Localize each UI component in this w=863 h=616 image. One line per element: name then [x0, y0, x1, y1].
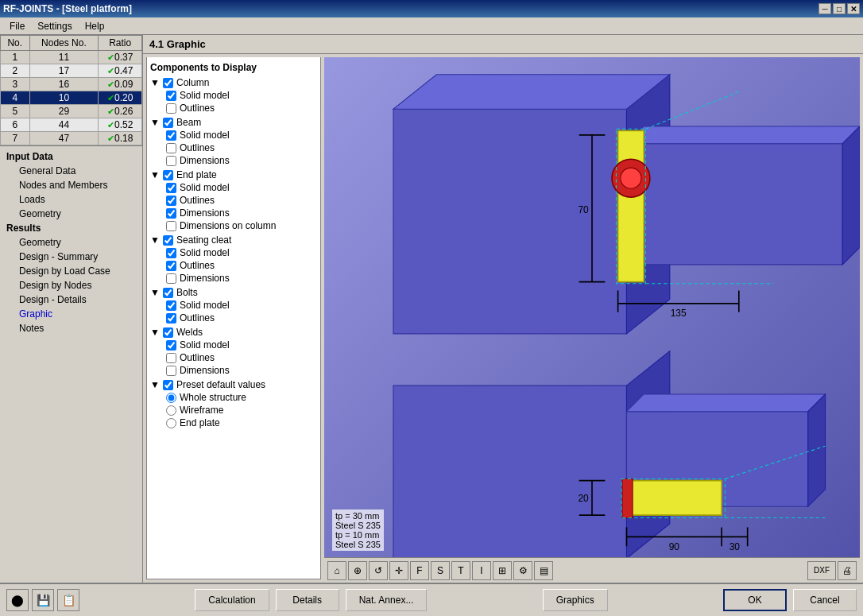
- nav-notes[interactable]: Notes: [0, 321, 142, 335]
- cancel-button[interactable]: Cancel: [793, 589, 857, 611]
- group-checkbox-0[interactable]: [163, 78, 173, 88]
- nav-results-geometry[interactable]: Geometry: [0, 235, 142, 250]
- graphic-area: 135 70: [324, 57, 860, 583]
- nat-annex-button[interactable]: Nat. Annex...: [346, 589, 428, 611]
- toolbar-print[interactable]: 🖨: [838, 561, 857, 580]
- expand-icon[interactable]: ▼: [150, 287, 160, 298]
- nav-geometry-input[interactable]: Geometry: [0, 207, 142, 221]
- components-label: Components to Display: [150, 60, 317, 76]
- expand-icon[interactable]: ▼: [150, 234, 160, 246]
- toolbar-side[interactable]: S: [431, 561, 450, 580]
- toolbar-rotate[interactable]: ↺: [369, 561, 388, 580]
- comp-checkbox-5-2[interactable]: [166, 366, 176, 376]
- nav-design-load-case[interactable]: Design by Load Case: [0, 264, 142, 278]
- icon-btn-3[interactable]: 📋: [57, 589, 79, 611]
- comp-checkbox-1-2[interactable]: [166, 156, 176, 166]
- table-row[interactable]: 3 16 ✔0.09: [1, 78, 142, 91]
- nav-design-details[interactable]: Design - Details: [0, 293, 142, 307]
- nav-loads[interactable]: Loads: [0, 192, 142, 207]
- group-checkbox-1[interactable]: [163, 118, 173, 128]
- comp-checkbox-4-0[interactable]: [166, 300, 176, 311]
- cell-no: 1: [1, 51, 30, 64]
- nav-design-summary[interactable]: Design - Summary: [0, 250, 142, 264]
- toolbar-zoom-fit[interactable]: ⊕: [348, 561, 367, 580]
- nav-nodes-members[interactable]: Nodes and Members: [0, 178, 142, 192]
- cell-no: 7: [1, 132, 30, 145]
- nav-general-data[interactable]: General Data: [0, 164, 142, 178]
- maximize-button[interactable]: □: [833, 3, 846, 14]
- title-bar: RF-JOINTS - [Steel platform] ─ □ ✕: [0, 0, 863, 17]
- nav-design-nodes[interactable]: Design by Nodes: [0, 278, 142, 293]
- menu-bar: File Settings Help: [0, 17, 863, 35]
- details-button[interactable]: Details: [276, 589, 339, 611]
- table-row[interactable]: 7 47 ✔0.18: [1, 132, 142, 145]
- toolbar-measure[interactable]: ⊞: [493, 561, 512, 580]
- table-row[interactable]: 6 44 ✔0.52: [1, 118, 142, 132]
- info-line4: Steel S 235: [335, 540, 381, 549]
- comp-checkbox-0-0[interactable]: [166, 91, 176, 101]
- toolbar-top[interactable]: T: [451, 561, 470, 580]
- table-row[interactable]: 5 29 ✔0.26: [1, 105, 142, 118]
- menu-file[interactable]: File: [3, 19, 31, 33]
- toolbar-settings[interactable]: ⚙: [513, 561, 532, 580]
- ok-button[interactable]: OK: [723, 589, 787, 611]
- minimize-button[interactable]: ─: [818, 3, 831, 14]
- comp-checkbox-2-1[interactable]: [166, 196, 176, 206]
- group-checkbox-6[interactable]: [163, 380, 173, 390]
- comp-checkbox-3-2[interactable]: [166, 273, 176, 284]
- comp-checkbox-3-1[interactable]: [166, 261, 176, 271]
- comp-item-2-0: Solid model: [150, 181, 317, 194]
- comp-checkbox-4-1[interactable]: [166, 313, 176, 323]
- menu-help[interactable]: Help: [79, 19, 111, 33]
- nav-graphic[interactable]: Graphic: [0, 307, 142, 321]
- left-panel: No. Nodes No. Ratio 1 11 ✔0.37 2 17 ✔0.4…: [0, 35, 143, 583]
- results-table: No. Nodes No. Ratio 1 11 ✔0.37 2 17 ✔0.4…: [0, 35, 142, 145]
- radio-input-6-2[interactable]: [166, 418, 176, 428]
- toolbar-export[interactable]: ▤: [534, 561, 553, 580]
- toolbar-dxf[interactable]: DXF: [807, 561, 836, 580]
- close-button[interactable]: ✕: [847, 3, 860, 14]
- comp-checkbox-1-1[interactable]: [166, 143, 176, 153]
- icon-btn-1[interactable]: ⬤: [6, 589, 29, 611]
- svg-text:70: 70: [578, 204, 589, 215]
- svg-rect-27: [622, 479, 633, 518]
- expand-icon[interactable]: ▼: [150, 169, 160, 180]
- radio-input-6-0[interactable]: [166, 393, 176, 403]
- group-checkbox-5[interactable]: [163, 327, 173, 338]
- calculation-button[interactable]: Calculation: [195, 589, 269, 611]
- table-row[interactable]: 2 17 ✔0.47: [1, 64, 142, 78]
- toolbar-iso[interactable]: I: [472, 561, 491, 580]
- comp-checkbox-1-0[interactable]: [166, 130, 176, 141]
- icon-btn-2[interactable]: 💾: [32, 589, 54, 611]
- toolbar-pan[interactable]: ✛: [389, 561, 408, 580]
- comp-label-2-2: Dimensions: [180, 207, 230, 219]
- group-checkbox-3[interactable]: [163, 235, 173, 246]
- expand-icon[interactable]: ▼: [150, 379, 160, 390]
- cell-ratio: ✔0.52: [99, 118, 142, 132]
- comp-checkbox-0-1[interactable]: [166, 103, 176, 114]
- col-header-ratio: Ratio: [99, 36, 142, 51]
- comp-group-column: ▼ Column Solid model Outlines: [150, 76, 317, 114]
- graphics-button[interactable]: Graphics: [543, 589, 608, 611]
- comp-label-2-0: Solid model: [180, 182, 230, 193]
- toolbar-front[interactable]: F: [410, 561, 429, 580]
- toolbar-home[interactable]: ⌂: [327, 561, 346, 580]
- comp-checkbox-2-2[interactable]: [166, 208, 176, 219]
- expand-icon[interactable]: ▼: [150, 117, 160, 128]
- menu-settings[interactable]: Settings: [31, 19, 78, 33]
- expand-icon[interactable]: ▼: [150, 77, 160, 88]
- table-row[interactable]: 1 11 ✔0.37: [1, 51, 142, 64]
- group-checkbox-2[interactable]: [163, 170, 173, 180]
- radio-input-6-1[interactable]: [166, 405, 176, 416]
- comp-checkbox-3-0[interactable]: [166, 248, 176, 258]
- comp-checkbox-2-3[interactable]: [166, 221, 176, 231]
- comp-checkbox-2-0[interactable]: [166, 183, 176, 193]
- table-row[interactable]: 4 10 ✔0.20: [1, 91, 142, 105]
- comp-label-0-0: Solid model: [180, 90, 230, 101]
- results-label: Results: [0, 221, 142, 235]
- expand-icon[interactable]: ▼: [150, 327, 160, 338]
- comp-checkbox-5-1[interactable]: [166, 353, 176, 363]
- comp-checkbox-5-0[interactable]: [166, 340, 176, 351]
- comp-item-1-2: Dimensions: [150, 154, 317, 167]
- group-checkbox-4[interactable]: [163, 288, 173, 298]
